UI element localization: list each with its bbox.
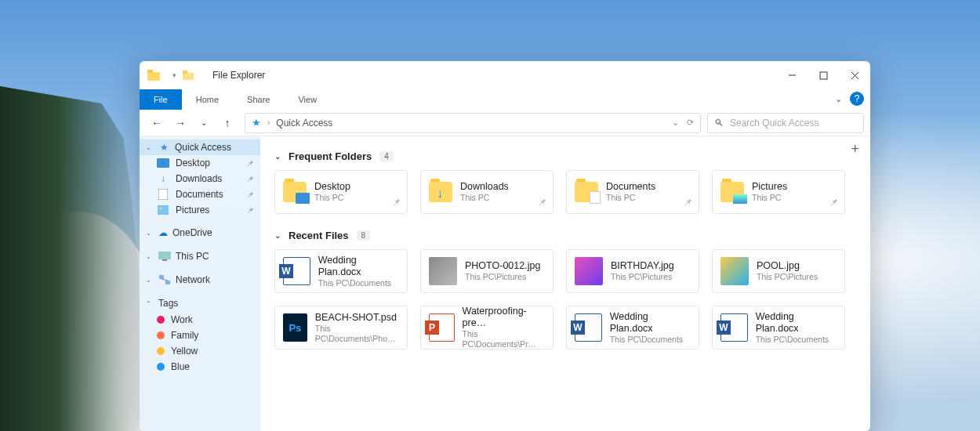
sidebar-tags[interactable]: ⌃ Tags xyxy=(140,295,260,312)
pin-icon[interactable]: 📌︎ xyxy=(684,197,692,207)
tag-color-dot xyxy=(157,347,165,355)
tile-name: Pictures xyxy=(752,181,787,193)
tab-share[interactable]: Share xyxy=(233,89,284,110)
qat-folder-icon[interactable] xyxy=(183,69,197,81)
pin-icon[interactable]: 📌︎ xyxy=(392,197,401,207)
section-title-label: Frequent Folders xyxy=(289,150,372,162)
chevron-up-icon[interactable]: ⌃ xyxy=(146,300,154,307)
file-tile[interactable]: BIRTHDAY.jpg This PC\Pictures xyxy=(566,249,699,293)
sidebar-item-documents[interactable]: Documents 📌︎ xyxy=(140,187,260,202)
address-dropdown-icon[interactable]: ⌄ xyxy=(672,118,679,128)
picture-icon xyxy=(157,205,169,216)
tile-sub: This PC\Documents xyxy=(610,335,691,345)
svg-rect-2 xyxy=(183,73,194,80)
sidebar-item-pictures[interactable]: Pictures 📌︎ xyxy=(140,202,260,218)
chevron-down-icon[interactable]: ⌄ xyxy=(146,277,154,284)
section-recent-files[interactable]: ⌄ Recent Files 8 xyxy=(274,230,856,241)
desktop-icon xyxy=(157,158,169,168)
explorer-icon xyxy=(147,69,162,81)
pin-icon[interactable]: 📌︎ xyxy=(538,197,546,207)
tile-name: Waterproofing-pre… xyxy=(463,306,545,329)
svg-rect-10 xyxy=(158,205,169,215)
monitor-icon xyxy=(158,252,171,261)
file-tile[interactable]: PHOTO-0012.jpg This PC\Pictures xyxy=(420,249,554,293)
maximize-button[interactable] xyxy=(808,61,839,89)
help-button[interactable]: ? xyxy=(850,92,864,106)
file-tile[interactable]: Wedding Plan.docx This PC\Documents xyxy=(274,249,408,293)
file-type-icon xyxy=(429,257,457,285)
pin-icon[interactable]: 📌︎ xyxy=(246,190,254,199)
tile-name: Wedding Plan.docx xyxy=(610,311,691,335)
sidebar-tag-item[interactable]: Work xyxy=(140,312,260,328)
search-placeholder: Search Quick Access xyxy=(730,118,818,129)
ribbon-collapse-icon[interactable]: ⌄ xyxy=(835,94,842,104)
pin-icon[interactable]: 📌︎ xyxy=(829,197,838,207)
tile-sub: This PC\Documents xyxy=(756,335,837,345)
svg-rect-15 xyxy=(165,281,170,284)
file-tile[interactable]: POOL.jpg This PC\Pictures xyxy=(712,249,845,293)
sidebar-tag-item[interactable]: Blue xyxy=(140,359,260,375)
network-icon xyxy=(158,275,171,284)
pin-icon[interactable]: 📌︎ xyxy=(246,159,254,168)
file-tile[interactable]: Wedding Plan.docx This PC\Documents xyxy=(566,306,699,350)
back-button[interactable]: ← xyxy=(146,113,168,133)
sidebar-quick-access[interactable]: ⌄ ★ Quick Access xyxy=(140,139,260,155)
svg-rect-3 xyxy=(183,71,187,74)
forward-button[interactable]: → xyxy=(169,113,191,133)
section-frequent-folders[interactable]: ⌄ Frequent Folders 4 xyxy=(274,150,856,162)
tile-name: Wedding Plan.docx xyxy=(318,255,399,278)
folder-tile[interactable]: Pictures This PC 📌︎ xyxy=(712,170,845,214)
file-type-icon xyxy=(575,313,602,342)
sidebar-item-downloads[interactable]: ↓ Downloads 📌︎ xyxy=(140,171,260,187)
file-type-icon xyxy=(429,313,455,342)
svg-rect-8 xyxy=(157,158,169,168)
minimize-button[interactable] xyxy=(776,61,808,89)
up-button[interactable]: ↑ xyxy=(216,113,238,133)
file-tile[interactable]: Wedding Plan.docx This PC\Documents xyxy=(712,306,845,350)
tab-home[interactable]: Home xyxy=(182,89,233,110)
tag-color-dot xyxy=(157,331,165,339)
tile-name: Documents xyxy=(606,181,655,193)
pin-icon[interactable]: 📌︎ xyxy=(246,206,254,215)
file-type-icon xyxy=(720,257,749,285)
qat-dropdown-icon[interactable]: ▾ xyxy=(172,71,176,79)
sidebar-item-desktop[interactable]: Desktop 📌︎ xyxy=(140,155,260,171)
file-tile[interactable]: Waterproofing-pre… This PC\Documents\Pr… xyxy=(420,306,554,350)
close-button[interactable] xyxy=(839,61,870,89)
sidebar-this-pc[interactable]: ⌄ This PC xyxy=(140,248,260,265)
chevron-down-icon[interactable]: ⌄ xyxy=(146,253,154,260)
titlebar[interactable]: ▾ File Explorer xyxy=(140,61,870,89)
folder-icon xyxy=(283,182,307,202)
tab-file[interactable]: File xyxy=(140,89,182,110)
breadcrumb-sep-icon: › xyxy=(267,118,270,127)
svg-rect-9 xyxy=(158,189,168,200)
address-bar[interactable]: ★ › Quick Access ⌄ ⟳ xyxy=(245,113,701,133)
search-input[interactable]: 🔍︎ Search Quick Access xyxy=(707,113,864,133)
navigation-pane: ⌄ ★ Quick Access Desktop 📌︎ ↓ Downloads … xyxy=(140,136,260,431)
svg-rect-1 xyxy=(147,70,153,73)
chevron-down-icon: ⌄ xyxy=(274,152,281,161)
tab-view[interactable]: View xyxy=(284,89,331,110)
tile-sub: This PC\Documents xyxy=(318,278,399,288)
chevron-down-icon[interactable]: ⌄ xyxy=(146,230,154,237)
tile-name: Wedding Plan.docx xyxy=(756,311,837,335)
history-dropdown[interactable]: ⌄ xyxy=(193,113,215,133)
folder-tile[interactable]: ↓ Downloads This PC 📌︎ xyxy=(420,170,554,214)
folder-icon: ↓ xyxy=(429,182,452,202)
tile-name: Desktop xyxy=(314,181,350,193)
sidebar-tag-item[interactable]: Yellow xyxy=(140,343,260,359)
pin-icon[interactable]: 📌︎ xyxy=(246,175,254,183)
refresh-icon[interactable]: ⟳ xyxy=(687,118,694,128)
folder-tile[interactable]: Desktop This PC 📌︎ xyxy=(274,170,408,214)
file-tile[interactable]: Ps BEACH-SHOT.psd This PC\Documents\Pho… xyxy=(274,306,408,350)
chevron-down-icon[interactable]: ⌄ xyxy=(146,144,154,151)
tile-sub: This PC\Pictures xyxy=(465,272,540,282)
sidebar-onedrive[interactable]: ⌄ ☁ OneDrive xyxy=(140,224,260,241)
add-button[interactable]: + xyxy=(851,141,859,158)
sidebar-network[interactable]: ⌄ Network xyxy=(140,271,260,288)
sidebar-tag-item[interactable]: Family xyxy=(140,328,260,343)
sidebar-item-label: Desktop xyxy=(176,158,210,168)
tile-name: BIRTHDAY.jpg xyxy=(611,260,674,272)
sidebar-item-label: Downloads xyxy=(176,173,222,184)
folder-tile[interactable]: Documents This PC 📌︎ xyxy=(566,170,699,214)
